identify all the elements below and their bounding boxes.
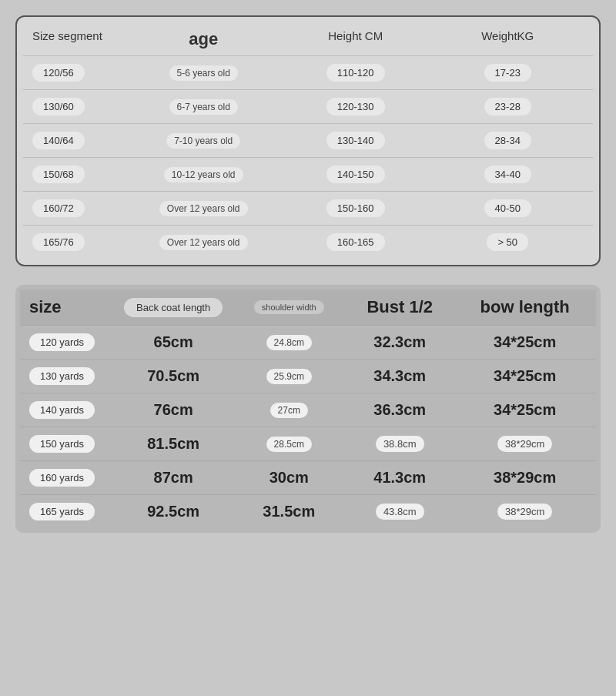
bow-cell: 38*29cm xyxy=(463,469,587,487)
bottom-header-shoulder: shoulder width xyxy=(241,300,336,314)
table-row: 160/72 Over 12 years old 150-160 40-50 xyxy=(23,191,593,225)
table-row: 130 yards 70.5cm 25.9cm 34.3cm 34*25cm xyxy=(20,359,596,393)
bow-cell: 38*29cm xyxy=(463,504,587,520)
shoulder-cell: 28.5cm xyxy=(241,437,336,452)
table-row: 165 yards 92.5cm 31.5cm 43.8cm 38*29cm xyxy=(20,494,596,528)
size-cell: 150 yards xyxy=(29,435,105,453)
bow-cell: 34*25cm xyxy=(463,367,587,385)
weight-cell: 17-23 xyxy=(431,64,584,82)
height-cell: 130-140 xyxy=(280,132,432,149)
bow-cell: 34*25cm xyxy=(463,333,587,351)
bottom-size-table: size Back coat length shoulder width Bus… xyxy=(15,285,601,533)
table-row: 130/60 6-7 years old 120-130 23-28 xyxy=(23,89,593,123)
back-coat-cell: 92.5cm xyxy=(112,503,236,520)
shoulder-cell: 31.5cm xyxy=(241,503,336,520)
top-table-header: Size segment age Height CM WeightKG xyxy=(23,23,593,55)
weight-cell: 34-40 xyxy=(431,166,584,183)
table-row: 120 yards 65cm 24.8cm 32.3cm 34*25cm xyxy=(20,325,596,359)
age-cell: Over 12 years old xyxy=(127,201,280,216)
table-row: 140 yards 76cm 27cm 36.3cm 34*25cm xyxy=(20,393,596,427)
back-coat-cell: 87cm xyxy=(112,469,236,487)
age-cell: 7-10 years old xyxy=(127,133,280,149)
height-cell: 140-150 xyxy=(280,166,432,183)
bow-cell: 38*29cm xyxy=(463,436,587,452)
header-weight: WeightKG xyxy=(431,29,584,49)
size-cell: 165 yards xyxy=(29,503,105,520)
age-cell: 6-7 years old xyxy=(127,99,280,115)
weight-cell: 40-50 xyxy=(431,199,584,217)
height-cell: 150-160 xyxy=(280,199,432,217)
size-cell: 130/60 xyxy=(32,98,127,115)
size-cell: 140/64 xyxy=(32,132,127,149)
age-cell: 5-6 years old xyxy=(127,65,280,81)
size-cell: 150/68 xyxy=(32,166,127,183)
height-cell: 120-130 xyxy=(280,98,432,115)
header-height: Height CM xyxy=(280,29,432,49)
bust-cell: 41.3cm xyxy=(343,469,457,487)
table-row: 150 yards 81.5cm 28.5cm 38.8cm 38*29cm xyxy=(20,427,596,460)
size-cell: 165/76 xyxy=(32,233,127,251)
size-cell: 130 yards xyxy=(29,367,105,385)
back-coat-cell: 76cm xyxy=(112,401,236,419)
height-cell: 160-165 xyxy=(280,233,432,251)
size-cell: 120/56 xyxy=(32,64,127,82)
table-row: 160 yards 87cm 30cm 41.3cm 38*29cm xyxy=(20,460,596,494)
size-cell: 160 yards xyxy=(29,469,105,487)
shoulder-cell: 25.9cm xyxy=(241,369,336,384)
size-cell: 160/72 xyxy=(32,199,127,217)
age-cell: 10-12 years old xyxy=(127,167,280,182)
back-coat-cell: 81.5cm xyxy=(112,435,236,453)
table-row: 150/68 10-12 years old 140-150 34-40 xyxy=(23,157,593,191)
top-size-table: Size segment age Height CM WeightKG 120/… xyxy=(15,15,601,266)
shoulder-cell: 27cm xyxy=(241,403,336,418)
shoulder-cell: 24.8cm xyxy=(241,335,336,350)
table-row: 120/56 5-6 years old 110-120 17-23 xyxy=(23,55,593,89)
bust-cell: 43.8cm xyxy=(343,504,457,520)
age-cell: Over 12 years old xyxy=(127,235,280,250)
header-size-segment: Size segment xyxy=(32,29,127,49)
table-row: 140/64 7-10 years old 130-140 28-34 xyxy=(23,123,593,157)
weight-cell: 28-34 xyxy=(431,132,584,149)
back-coat-cell: 70.5cm xyxy=(112,367,236,385)
bust-cell: 34.3cm xyxy=(343,367,457,385)
bottom-header-back-coat: Back coat length xyxy=(112,298,236,317)
weight-cell: 23-28 xyxy=(431,98,584,115)
bust-cell: 36.3cm xyxy=(343,401,457,419)
bottom-table-header: size Back coat length shoulder width Bus… xyxy=(20,289,596,325)
bottom-header-bow: bow length xyxy=(463,297,587,317)
height-cell: 110-120 xyxy=(280,64,432,82)
bust-cell: 38.8cm xyxy=(343,436,457,452)
shoulder-cell: 30cm xyxy=(241,469,336,487)
weight-cell: > 50 xyxy=(431,233,584,251)
bottom-header-size: size xyxy=(29,297,105,317)
header-age: age xyxy=(127,29,280,49)
bust-cell: 32.3cm xyxy=(343,333,457,351)
size-cell: 120 yards xyxy=(29,333,105,351)
bottom-header-bust: Bust 1/2 xyxy=(343,297,457,317)
back-coat-cell: 65cm xyxy=(112,333,236,351)
bow-cell: 34*25cm xyxy=(463,401,587,419)
size-cell: 140 yards xyxy=(29,401,105,419)
table-row: 165/76 Over 12 years old 160-165 > 50 xyxy=(23,225,593,259)
